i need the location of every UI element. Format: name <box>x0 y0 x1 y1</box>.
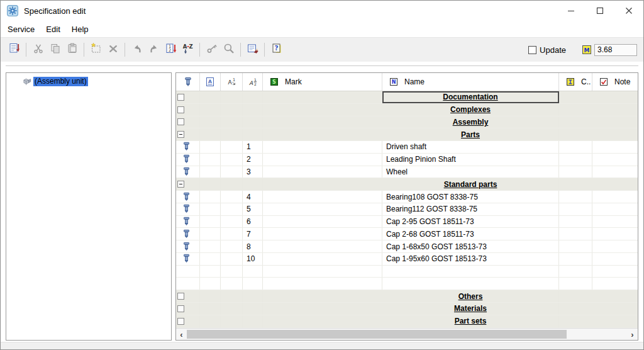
paste-button[interactable] <box>64 42 80 58</box>
section-checkbox[interactable] <box>177 318 184 325</box>
section-row[interactable]: Complexes <box>176 104 638 116</box>
section-checkbox[interactable] <box>177 118 184 125</box>
maximize-button[interactable] <box>586 1 614 21</box>
cell <box>200 278 221 290</box>
cell <box>263 203 382 215</box>
properties-button[interactable] <box>244 42 261 58</box>
section-row[interactable]: Materials <box>176 303 638 315</box>
section-row[interactable]: Parts <box>176 128 638 141</box>
insert-object-button[interactable] <box>87 42 104 58</box>
toolbar-separator <box>125 43 125 57</box>
cell <box>263 178 382 190</box>
item-row[interactable]: 8Cap 1-68x50 GOST 18513-73 <box>176 240 638 253</box>
cell <box>200 253 221 265</box>
name-cell: Driven shaft <box>382 141 559 153</box>
cell <box>592 266 638 278</box>
update-checkbox[interactable] <box>528 46 536 54</box>
part-bolt-icon <box>182 254 192 264</box>
cell <box>243 178 263 190</box>
name-cell: Bearing112 GOST 8338-75 <box>382 203 559 215</box>
row-lead-cell <box>176 104 200 116</box>
tools-button[interactable] <box>203 42 220 58</box>
name-icon: N <box>389 77 399 87</box>
position-cell: 5 <box>243 203 263 215</box>
row-lead-cell <box>176 203 200 215</box>
row-lead-cell <box>176 290 200 302</box>
item-row[interactable]: 2Leading Pinion Shaft <box>176 154 638 166</box>
cell <box>559 141 592 153</box>
collapse-toggle[interactable] <box>177 181 184 188</box>
undo-button[interactable] <box>128 42 145 58</box>
cut-button[interactable] <box>30 42 47 58</box>
zone-column-header[interactable]: A1 <box>221 73 243 91</box>
count-column-header[interactable]: C.. <box>559 73 592 91</box>
row-lead-cell <box>176 216 200 228</box>
menu-service[interactable]: Service <box>2 23 40 36</box>
delete-button[interactable] <box>104 42 121 58</box>
part-bolt-icon <box>182 242 192 252</box>
cell <box>592 203 638 215</box>
collapse-toggle[interactable] <box>177 131 184 138</box>
cell <box>559 128 592 140</box>
scrollbar-track[interactable] <box>567 329 627 340</box>
scroll-right-button[interactable]: › <box>627 329 638 340</box>
item-row[interactable]: 7Cap 2-68 GOST 18511-73 <box>176 228 638 240</box>
zoom-button[interactable] <box>220 42 237 58</box>
name-cell: Part sets <box>382 315 559 327</box>
empty-row[interactable] <box>176 278 638 290</box>
mark-column-header[interactable]: SMark <box>263 73 382 91</box>
section-row[interactable]: Part sets <box>176 315 638 328</box>
section-checkbox[interactable] <box>177 305 184 312</box>
format-column-header[interactable]: A <box>200 73 221 91</box>
help-button[interactable]: ? <box>268 42 285 58</box>
cell <box>200 116 221 128</box>
item-row[interactable]: 3Wheel <box>176 166 638 179</box>
cell <box>200 141 221 153</box>
svg-text:A: A <box>249 80 253 86</box>
empty-row[interactable] <box>176 266 638 278</box>
cell <box>200 266 221 278</box>
sort-alpha-button[interactable]: AZ <box>179 42 196 58</box>
item-row[interactable]: 1Driven shaft <box>176 141 638 154</box>
section-checkbox[interactable] <box>177 106 184 113</box>
close-button[interactable] <box>614 1 643 21</box>
section-row[interactable]: Documentation <box>176 91 638 104</box>
menu-edit[interactable]: Edit <box>40 23 65 36</box>
menu-help[interactable]: Help <box>66 23 94 36</box>
section-checkbox[interactable] <box>177 293 184 300</box>
sort-numeric-button[interactable]: 12 <box>162 42 179 58</box>
column-label: Name <box>404 77 425 86</box>
row-lead-cell <box>176 116 200 128</box>
section-row[interactable]: Standard parts <box>176 178 638 191</box>
cell <box>243 315 263 327</box>
cell <box>559 266 592 278</box>
cell <box>592 166 638 178</box>
section-checkbox[interactable] <box>177 94 184 101</box>
item-row[interactable]: 6Cap 2-95 GOST 18511-73 <box>176 216 638 229</box>
cell <box>263 290 382 302</box>
item-row[interactable]: 5Bearing112 GOST 8338-75 <box>176 203 638 216</box>
item-row[interactable]: 4Bearing108 GOST 8338-75 <box>176 191 638 203</box>
position-column-header[interactable]: A12 <box>243 73 263 91</box>
horizontal-scrollbar[interactable]: ‹ › <box>176 328 638 340</box>
copy-button[interactable] <box>47 42 64 58</box>
measure-input[interactable] <box>594 44 637 56</box>
cell <box>592 216 638 228</box>
scrollbar-thumb[interactable] <box>187 330 567 339</box>
edit-specification-button[interactable] <box>6 42 23 58</box>
minimize-button[interactable] <box>557 1 586 21</box>
section-row[interactable]: Assembly <box>176 116 638 129</box>
redo-button[interactable] <box>145 42 162 58</box>
item-row[interactable]: 10Cap 1-95x60 GOST 18513-73 <box>176 253 638 266</box>
tree-item-assembly-unit[interactable]: (Assembly unit) <box>23 77 171 86</box>
column-label: C.. <box>581 77 591 86</box>
note-column-header[interactable]: Note <box>592 73 638 91</box>
name-cell: Others <box>382 290 559 302</box>
position-cell: 6 <box>243 216 263 228</box>
cell <box>200 166 221 178</box>
scroll-left-button[interactable]: ‹ <box>176 329 187 340</box>
section-column-header[interactable] <box>176 73 200 91</box>
svg-text:A: A <box>228 79 233 86</box>
name-column-header[interactable]: NName <box>382 73 559 91</box>
section-row[interactable]: Others <box>176 290 638 303</box>
